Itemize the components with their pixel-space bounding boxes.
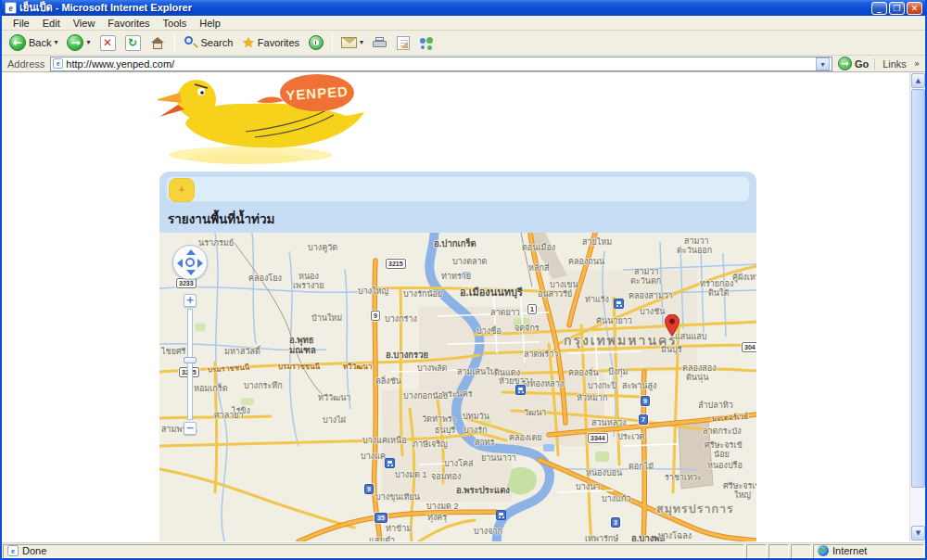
map-label: แสนแสบ (675, 330, 706, 343)
internet-globe-icon (818, 545, 829, 556)
map-label: สามเสนใน (457, 365, 496, 378)
map-label: ประเวศ (617, 430, 644, 443)
map-label: คันนายาว (596, 314, 632, 327)
map-label: บางขุนเทียน (375, 490, 420, 503)
map-label: ท่าทราย (441, 270, 471, 283)
map-label: บางจาก (474, 525, 502, 538)
zoom-in-button[interactable]: + (184, 294, 197, 307)
map-label: บางรักน้อย (403, 287, 442, 300)
go-button[interactable]: → Go (832, 57, 874, 70)
route-shield: 7 (639, 414, 648, 425)
favorites-button[interactable]: ★ Favorites (238, 34, 303, 51)
menu-favorites[interactable]: Favorites (102, 16, 155, 31)
search-button[interactable]: Search (180, 34, 237, 51)
pan-center-icon[interactable] (185, 258, 195, 267)
status-pane-empty (746, 544, 767, 558)
restore-button[interactable]: ❐ (889, 2, 905, 15)
scroll-thumb[interactable] (911, 89, 925, 488)
menu-view[interactable]: View (68, 16, 101, 31)
map-label: ท่าแร้ง (585, 293, 609, 306)
title-bar: e เย็นเป็ด - Microsoft Internet Explorer… (2, 0, 925, 16)
status-message-pane: e Done (3, 544, 744, 558)
window-title: เย็นเป็ด - Microsoft Internet Explorer (19, 0, 871, 16)
menu-help[interactable]: Help (194, 16, 226, 31)
forward-dropdown-icon[interactable]: ▾ (86, 38, 90, 47)
pan-right-icon[interactable] (197, 259, 203, 268)
refresh-button[interactable]: ↻ (121, 34, 145, 52)
browser-window: e เย็นเป็ด - Microsoft Internet Explorer… (0, 0, 927, 560)
address-input[interactable]: e http://www.yenped.com/ ▾ (50, 57, 832, 71)
zoom-slider-track[interactable] (187, 309, 193, 420)
map-label: อ.พระประแดง (456, 483, 510, 497)
map-label: หลักสี่ (528, 261, 549, 274)
map-label: บางแก้ว (602, 492, 630, 505)
map-label: ตะวันตก (630, 274, 661, 287)
status-pane-empty (791, 544, 811, 558)
map-label: บางนา (576, 480, 600, 493)
menu-tools[interactable]: Tools (158, 16, 193, 31)
pan-down-icon[interactable] (186, 270, 196, 275)
scroll-up-button[interactable]: ▲ (911, 73, 925, 88)
pan-left-icon[interactable] (177, 259, 183, 268)
back-dropdown-icon[interactable]: ▾ (54, 38, 57, 47)
close-button[interactable]: ✕ (907, 2, 922, 15)
map-label: บางชัน (640, 305, 665, 318)
address-bar: Address e http://www.yenped.com/ ▾ → Go … (2, 56, 925, 72)
links-label[interactable]: Links (874, 58, 914, 70)
back-button[interactable]: ← Back ▾ (6, 33, 61, 52)
menu-edit[interactable]: Edit (37, 16, 66, 31)
bangkok-map[interactable]: นราภรมย์บางคูวัดอ.ปากเกร็ดดอนเมืองสายไหม… (159, 233, 756, 541)
mail-button[interactable]: ▾ (337, 36, 367, 49)
print-button[interactable] (369, 36, 391, 49)
map-label: จตุจักร (514, 322, 540, 335)
map-pan-control[interactable] (172, 245, 208, 280)
stop-button[interactable]: ✕ (96, 34, 120, 52)
tab-bar (167, 177, 749, 201)
map-label: ดอนเมือง (522, 241, 555, 254)
mail-dropdown-icon[interactable]: ▾ (360, 38, 363, 47)
edit-button[interactable] (393, 35, 413, 51)
map-label: ลาดยาว (490, 306, 520, 319)
map-label: ภาษีเจริญ (413, 438, 448, 451)
menu-file[interactable]: File (7, 16, 35, 31)
map-label: ตลิ่งชัน (375, 375, 401, 388)
history-button[interactable] (305, 34, 327, 51)
address-url[interactable]: http://www.yenped.com/ (66, 58, 816, 70)
search-label: Search (201, 37, 234, 48)
pan-up-icon[interactable] (186, 249, 196, 255)
vertical-scrollbar[interactable]: ▲ ▼ (909, 72, 925, 541)
map-label: คลองจั่น (568, 366, 599, 379)
mail-icon (341, 37, 357, 48)
zoom-out-button[interactable]: − (184, 422, 197, 435)
forward-button[interactable]: → ▾ (63, 33, 94, 52)
back-icon: ← (9, 34, 26, 51)
transit-station-icon (496, 510, 506, 520)
map-label: อ.เมืองนนทบุรี (460, 284, 523, 300)
map-label: บางซื่อ (476, 325, 502, 337)
address-dropdown-icon[interactable]: ▾ (816, 57, 830, 70)
map-label: คลองเตย (509, 431, 542, 444)
scroll-down-button[interactable]: ▼ (911, 526, 925, 541)
map-label: หอมเกร็ด (194, 382, 227, 395)
map-label: บางแคเหนือ (362, 434, 407, 447)
map-label: บางมด 1 (395, 468, 426, 481)
links-chevron-icon[interactable]: » (914, 58, 923, 69)
status-pane-empty (768, 544, 789, 558)
home-button[interactable] (146, 34, 170, 52)
map-label: ดอกไม้ (629, 460, 654, 473)
messenger-button[interactable] (415, 35, 438, 51)
zone-text: Internet (832, 545, 867, 556)
map-label: วังทองหลาง (521, 377, 564, 390)
minimize-button[interactable]: _ (871, 2, 887, 15)
map-label: สวนหลวง (591, 416, 627, 429)
yellow-tab-button[interactable]: + (169, 178, 195, 202)
route-shield: 9 (364, 484, 374, 494)
toolbar-separator (174, 33, 175, 52)
toolbar-separator (332, 33, 333, 52)
map-label: อ.บางกรวย (386, 348, 428, 362)
map-marker-pin[interactable] (665, 314, 679, 337)
map-label: ลาดพร้าว (524, 348, 558, 361)
zoom-slider-thumb[interactable] (184, 357, 197, 363)
map-label: ทวีวัฒนา (318, 391, 350, 404)
map-label: บรมราชชนนี (208, 361, 250, 375)
